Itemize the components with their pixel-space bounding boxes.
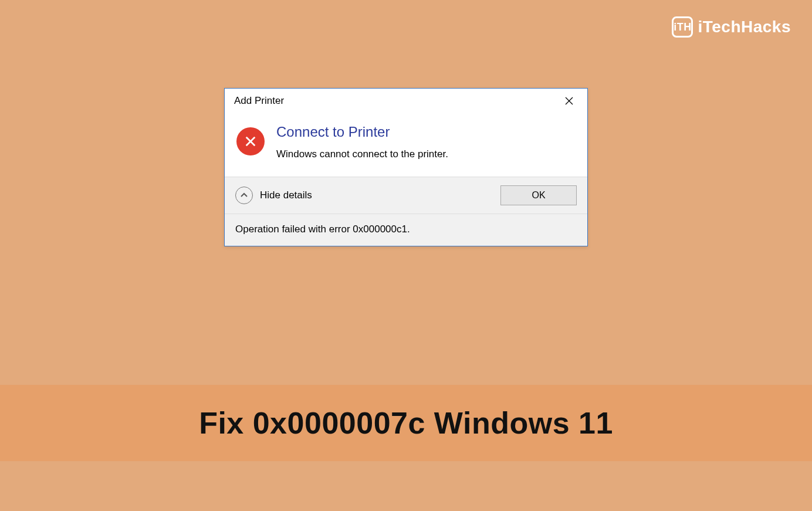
brand-logo: iTH iTechHacks	[672, 16, 791, 38]
error-icon	[236, 127, 265, 155]
dialog-titlebar: Add Printer	[225, 89, 587, 113]
ok-button-label: OK	[532, 190, 545, 201]
dialog-heading: Connect to Printer	[276, 124, 576, 140]
add-printer-dialog: Add Printer Connect to Printer Windows c…	[224, 88, 588, 246]
ok-button[interactable]: OK	[500, 185, 577, 205]
headline-bar: Fix 0x0000007c Windows 11	[0, 385, 812, 461]
close-button[interactable]	[556, 92, 583, 110]
dialog-actions: Hide details OK	[225, 177, 587, 214]
dialog-body-text: Connect to Printer Windows cannot connec…	[276, 124, 576, 160]
chevron-up-icon	[235, 187, 253, 204]
headline-text: Fix 0x0000007c Windows 11	[199, 405, 613, 441]
toggle-details-button[interactable]: Hide details	[235, 187, 312, 204]
brand-name: iTechHacks	[698, 18, 791, 36]
dialog-body: Connect to Printer Windows cannot connec…	[225, 113, 587, 177]
brand-badge-icon: iTH	[672, 16, 693, 38]
close-icon	[565, 97, 573, 105]
dialog-details: Operation failed with error 0x000000c1.	[225, 214, 587, 246]
toggle-details-label: Hide details	[260, 189, 312, 201]
dialog-title: Add Printer	[234, 95, 556, 107]
dialog-message: Windows cannot connect to the printer.	[276, 148, 576, 160]
error-details-text: Operation failed with error 0x000000c1.	[235, 224, 410, 235]
stage: iTH iTechHacks Add Printer Connect to Pr…	[0, 0, 812, 511]
